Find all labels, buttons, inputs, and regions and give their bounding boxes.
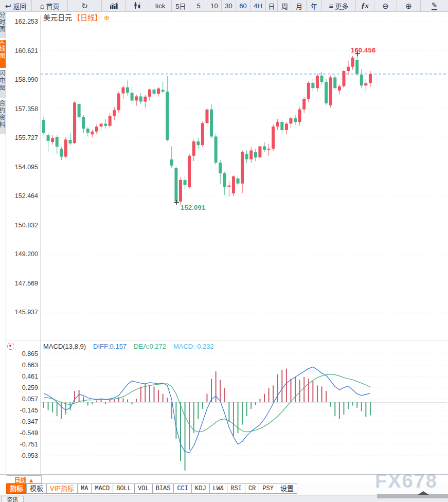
svg-text:-0.549: -0.549 (20, 429, 38, 437)
back-icon: ↩ (5, 2, 12, 10)
tab-vip-indicator[interactable]: VIP指标 (46, 483, 78, 494)
svg-text:-0.347: -0.347 (20, 418, 38, 425)
year-button[interactable]: 年 (307, 0, 322, 11)
60min-button[interactable]: 60 (236, 0, 250, 11)
tab-psy[interactable]: PSY (259, 483, 277, 494)
toolbar-item-label: 首页 (46, 1, 60, 11)
tab-kdj[interactable]: KDJ (191, 483, 210, 494)
back-button[interactable]: ↩返回 (0, 0, 32, 11)
toolbar-item-label: 日 (268, 1, 275, 11)
toolbar-item-label: 5日 (175, 1, 186, 11)
svg-text:152.464: 152.464 (15, 192, 38, 200)
add-circle-icon[interactable]: ⊕ (104, 14, 110, 22)
svg-text:-0.145: -0.145 (20, 407, 38, 414)
toolbar-item-label: 返回 (13, 1, 26, 11)
indicator-tab-bar: 指标模板VIP指标MAMACDBOLLVOLBIASCCIKDJLW&RSICR… (0, 483, 448, 494)
pencil-icon: ✎ (432, 2, 438, 10)
indicator-alert-icon[interactable] (7, 343, 14, 350)
svg-text:0.259: 0.259 (22, 384, 38, 391)
sidebar-tab-label: 合约资料 (0, 100, 6, 129)
svg-text:0.057: 0.057 (22, 396, 38, 403)
bar-chart-icon (110, 3, 118, 9)
more-button[interactable]: ≡更多 (322, 0, 356, 11)
top-toolbar: ↩返回⌂首页↻tick5日51030604H日周月年≡更多ƒx⊖⊕✎ (0, 0, 448, 12)
macd-dea-value: DEA:0.272 (134, 343, 166, 350)
svg-text:150.832: 150.832 (15, 222, 38, 229)
svg-text:-0.751: -0.751 (20, 441, 38, 448)
5d-button[interactable]: 5日 (172, 0, 190, 11)
svg-text:154.095: 154.095 (15, 164, 38, 171)
news-tab[interactable]: 资讯 (1, 496, 24, 502)
fx-button[interactable]: ƒx (356, 0, 374, 11)
tab-macd[interactable]: MACD (91, 483, 113, 494)
zoom-in-icon: ⊕ (405, 2, 412, 10)
svg-text:157.358: 157.358 (15, 105, 38, 113)
bar-chart-button[interactable] (102, 0, 126, 11)
tab-indicator[interactable]: 指标 (6, 483, 27, 494)
4h-button[interactable]: 4H (250, 0, 266, 11)
macd-diff-value: DIFF:0.157 (93, 343, 127, 350)
sidebar-tab-lightning-chart[interactable]: 闪电图 (0, 70, 6, 98)
toolbar-item-label: 10 (210, 2, 218, 10)
svg-text:147.569: 147.569 (15, 280, 38, 287)
chart-type-sidebar: 分时图K线图闪电图合约资料 (0, 11, 6, 136)
week-button[interactable]: 周 (278, 0, 292, 11)
home-button[interactable]: ⌂首页 (32, 0, 68, 11)
period-dropdown-button[interactable]: 日线 ▲ (7, 475, 42, 483)
svg-text:158.990: 158.990 (15, 76, 38, 83)
zoom-in-button[interactable]: ⊕ (397, 0, 421, 11)
candlestick-button[interactable] (126, 0, 149, 11)
draw-button[interactable]: ✎ (421, 0, 448, 11)
svg-text:-0.953: -0.953 (20, 452, 38, 459)
5min-button[interactable]: 5 (190, 0, 207, 11)
svg-text:0.461: 0.461 (22, 373, 38, 380)
tab-template[interactable]: 模板 (26, 483, 47, 494)
month-button[interactable]: 月 (292, 0, 307, 11)
toolbar-item-label: 4H (254, 2, 262, 10)
zoom-out-icon: ⊖ (382, 2, 389, 10)
zoom-out-button[interactable]: ⊖ (374, 0, 397, 11)
sidebar-tab-label: 分时图 (0, 11, 6, 33)
macd-params-label: MACD(13,8,9) (43, 343, 86, 350)
macd-header: MACD(13,8,9) DIFF:0.157 DEA:0.272 MACD:-… (43, 343, 214, 350)
30min-button[interactable]: 30 (222, 0, 236, 11)
tab-bias[interactable]: BIAS (152, 483, 174, 494)
high-price-annotation: 160.456 (351, 46, 375, 54)
toolbar-item-label: 5 (196, 2, 200, 10)
sidebar-tab-contract-info[interactable]: 合约资料 (0, 100, 6, 134)
tab-cci[interactable]: CCI (173, 483, 192, 494)
toolbar-item-label: tick (155, 2, 166, 10)
menu-icon: ≡ (329, 2, 334, 10)
tab-ma[interactable]: MA (77, 483, 92, 494)
tab-boll[interactable]: BOLL (113, 483, 135, 494)
sidebar-tab-time-chart[interactable]: 分时图 (0, 11, 6, 38)
tick-button[interactable]: tick (149, 0, 172, 11)
macd-hist-value: MACD:-0.232 (173, 343, 214, 350)
refresh-button[interactable]: ↻ (68, 0, 102, 11)
low-price-annotation: 152.091 (181, 204, 205, 211)
tab-vol[interactable]: VOL (134, 483, 153, 494)
refresh-icon: ↻ (81, 2, 88, 10)
toolbar-item-label: 更多 (335, 1, 348, 11)
svg-text:160.621: 160.621 (15, 47, 38, 55)
svg-text:0.663: 0.663 (22, 362, 38, 369)
svg-text:145.937: 145.937 (15, 309, 38, 316)
10min-button[interactable]: 10 (207, 0, 222, 11)
toolbar-item-label: 周 (281, 1, 288, 11)
toolbar-item-label: 60 (239, 2, 246, 10)
sidebar-tab-label: 闪电图 (0, 70, 6, 92)
chart-canvas[interactable] (41, 11, 448, 474)
tab-lwr[interactable]: LW& (209, 483, 228, 494)
horizontal-scrollbar[interactable] (377, 494, 448, 498)
sidebar-tab-kline-chart[interactable]: K线图 (0, 40, 6, 68)
toolbar-item-label: 月 (296, 1, 302, 11)
day-button[interactable]: 日 (266, 0, 278, 11)
instrument-name: 美元日元 (43, 13, 72, 22)
tab-rsi[interactable]: RSI (227, 483, 245, 494)
sidebar-tab-label: K线图 (0, 40, 6, 60)
scrollbar-up-arrow-icon[interactable] (418, 491, 429, 495)
tab-cr[interactable]: CR (245, 483, 259, 494)
tab-settings[interactable]: 设置 (277, 483, 297, 494)
fx-function-icon: ƒx (361, 2, 369, 10)
toolbar-item-label: 30 (225, 2, 232, 10)
